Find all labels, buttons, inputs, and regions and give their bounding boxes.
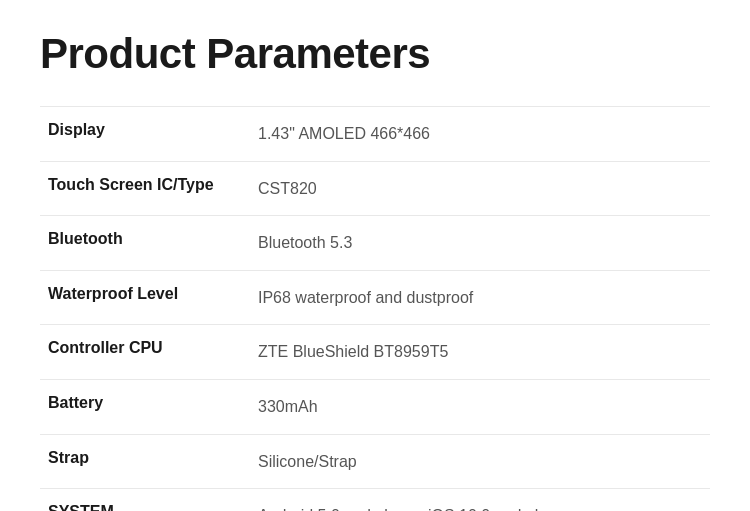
param-label: Strap [40, 434, 250, 489]
param-label: Battery [40, 379, 250, 434]
table-row: Waterproof LevelIP68 waterproof and dust… [40, 270, 710, 325]
param-value: ZTE BlueShield BT8959T5 [250, 325, 710, 380]
param-label: Waterproof Level [40, 270, 250, 325]
table-row: BluetoothBluetooth 5.3 [40, 216, 710, 271]
table-row: Controller CPUZTE BlueShield BT8959T5 [40, 325, 710, 380]
param-value: Bluetooth 5.3 [250, 216, 710, 271]
param-label: Bluetooth [40, 216, 250, 271]
param-value: CST820 [250, 161, 710, 216]
param-value: Silicone/Strap [250, 434, 710, 489]
param-value: IP68 waterproof and dustproof [250, 270, 710, 325]
table-row: Touch Screen IC/TypeCST820 [40, 161, 710, 216]
page-title: Product Parameters [40, 30, 710, 78]
param-value: Android 5.0 and above; iOS 10.0 and abov… [250, 489, 710, 511]
table-row: Display1.43" AMOLED 466*466 [40, 107, 710, 162]
table-row: SYSTEMAndroid 5.0 and above; iOS 10.0 an… [40, 489, 710, 511]
param-value: 330mAh [250, 379, 710, 434]
param-label: Controller CPU [40, 325, 250, 380]
param-value: 1.43" AMOLED 466*466 [250, 107, 710, 162]
param-label: Display [40, 107, 250, 162]
table-row: Battery330mAh [40, 379, 710, 434]
table-row: StrapSilicone/Strap [40, 434, 710, 489]
param-label: Touch Screen IC/Type [40, 161, 250, 216]
product-params-table: Display1.43" AMOLED 466*466Touch Screen … [40, 106, 710, 511]
param-label: SYSTEM [40, 489, 250, 511]
